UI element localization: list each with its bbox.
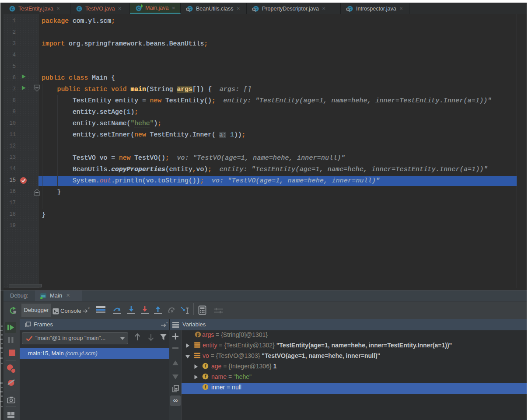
svg-text:C: C bbox=[137, 6, 140, 10]
svg-text:*: * bbox=[166, 322, 168, 326]
svg-text:C: C bbox=[11, 7, 14, 11]
svg-text:p: p bbox=[196, 332, 199, 337]
svg-text:C: C bbox=[78, 7, 81, 11]
svg-text:*: * bbox=[88, 308, 90, 312]
